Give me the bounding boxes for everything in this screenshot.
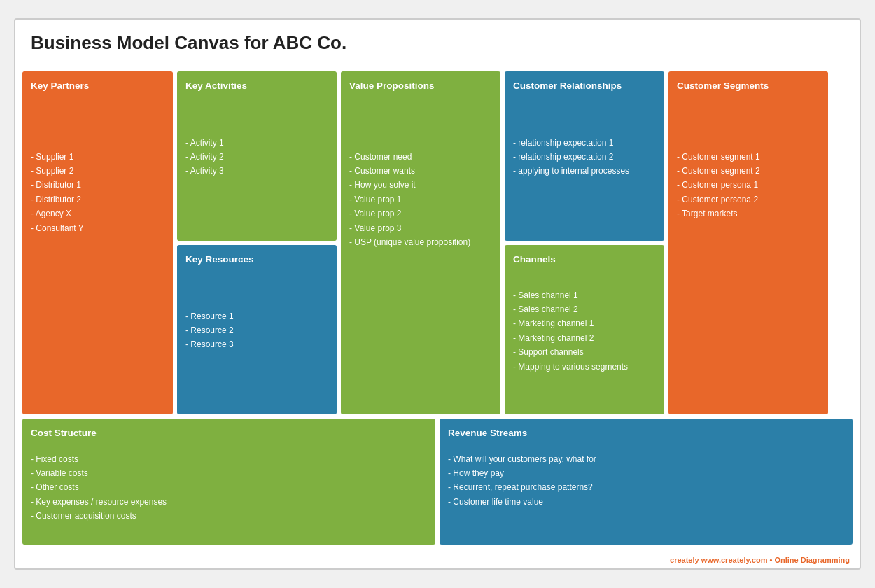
- list-item: - Customer wants: [349, 164, 492, 178]
- list-item: - Recurrent, repeat purchase patterns?: [448, 480, 844, 494]
- value-propositions-cell: Value Propositions - Customer need - Cus…: [341, 71, 500, 414]
- list-item: - USP (unique value proposition): [349, 235, 492, 249]
- main-row: Key Partners - Supplier 1 - Supplier 2 -…: [22, 71, 853, 414]
- list-item: - How you solve it: [349, 178, 492, 192]
- cost-structure-cell: Cost Structure - Fixed costs - Variable …: [22, 419, 435, 545]
- customer-relationships-content: - relationship expectation 1 - relations…: [513, 136, 656, 178]
- brand-name: creately: [670, 556, 699, 564]
- list-item: - Consultant Y: [31, 221, 164, 235]
- list-item: - Distributor 2: [31, 192, 164, 206]
- customer-relationships-title: Customer Relationships: [513, 78, 656, 94]
- list-item: - Supplier 2: [31, 164, 164, 178]
- revenue-streams-cell: Revenue Streams - What will your custome…: [440, 419, 853, 545]
- list-item: - relationship expectation 2: [513, 150, 656, 164]
- channels-content: - Sales channel 1 - Sales channel 2 - Ma…: [513, 288, 656, 374]
- rel-channels-col: Customer Relationships - relationship ex…: [505, 71, 664, 414]
- list-item: - Fixed costs: [31, 452, 427, 466]
- key-resources-cell: Key Resources - Resource 1 - Resource 2 …: [177, 245, 337, 414]
- revenue-streams-title: Revenue Streams: [448, 426, 844, 441]
- customer-segments-title: Customer Segments: [677, 78, 820, 94]
- list-item: - Sales channel 2: [513, 302, 656, 316]
- list-item: - Resource 3: [186, 337, 328, 351]
- list-item: - Customer life time value: [448, 495, 844, 509]
- footer-tagline: www.creately.com • Online Diagramming: [701, 556, 850, 564]
- value-propositions-title: Value Propositions: [349, 78, 492, 94]
- list-item: - Activity 3: [186, 164, 328, 178]
- cost-structure-title: Cost Structure: [31, 426, 427, 441]
- list-item: - Support channels: [513, 345, 656, 359]
- key-resources-title: Key Resources: [186, 252, 328, 267]
- list-item: - How they pay: [448, 466, 844, 480]
- list-item: - Resource 1: [186, 309, 328, 323]
- canvas-grid: Key Partners - Supplier 1 - Supplier 2 -…: [15, 64, 860, 552]
- list-item: - Resource 2: [186, 323, 328, 337]
- revenue-streams-content: - What will your customers pay, what for…: [448, 452, 844, 510]
- list-item: - Customer acquisition costs: [31, 509, 427, 523]
- list-item: - Value prop 1: [349, 192, 492, 206]
- key-partners-cell: Key Partners - Supplier 1 - Supplier 2 -…: [22, 71, 173, 414]
- list-item: - Marketing channel 1: [513, 316, 656, 330]
- list-item: - Customer persona 2: [677, 192, 820, 206]
- canvas-wrapper: Business Model Canvas for ABC Co. Key Pa…: [14, 18, 861, 570]
- list-item: - Distributor 1: [31, 178, 164, 192]
- list-item: - relationship expectation 1: [513, 136, 656, 150]
- list-item: - Activity 1: [186, 136, 328, 150]
- key-activities-content: - Activity 1 - Activity 2 - Activity 3: [186, 136, 328, 178]
- list-item: - Customer segment 2: [677, 164, 820, 178]
- list-item: - applying to internal processes: [513, 164, 656, 178]
- footer: creately www.creately.com • Online Diagr…: [15, 552, 860, 568]
- customer-segments-content: - Customer segment 1 - Customer segment …: [677, 150, 820, 221]
- list-item: - Target markets: [677, 206, 820, 220]
- list-item: - Marketing channel 2: [513, 331, 656, 345]
- key-activities-title: Key Activities: [186, 78, 328, 94]
- list-item: - Value prop 2: [349, 206, 492, 220]
- list-item: - Sales channel 1: [513, 288, 656, 302]
- list-item: - Customer segment 1: [677, 150, 820, 164]
- channels-cell: Channels - Sales channel 1 - Sales chann…: [505, 245, 664, 414]
- key-partners-title: Key Partners: [31, 78, 164, 94]
- key-partners-content: - Supplier 1 - Supplier 2 - Distributor …: [31, 150, 164, 235]
- cost-structure-content: - Fixed costs - Variable costs - Other c…: [31, 452, 427, 524]
- list-item: - Mapping to various segments: [513, 360, 656, 374]
- key-resources-content: - Resource 1 - Resource 2 - Resource 3: [186, 309, 328, 352]
- activities-resources-col: Key Activities - Activity 1 - Activity 2…: [177, 71, 337, 414]
- list-item: - Key expenses / resource expenses: [31, 495, 427, 509]
- list-item: - Agency X: [31, 206, 164, 220]
- customer-segments-cell: Customer Segments - Customer segment 1 -…: [668, 71, 828, 414]
- list-item: - Customer need: [349, 150, 492, 164]
- value-propositions-content: - Customer need - Customer wants - How y…: [349, 150, 492, 250]
- page-title: Business Model Canvas for ABC Co.: [15, 20, 860, 64]
- list-item: - Value prop 3: [349, 221, 492, 235]
- list-item: - Other costs: [31, 480, 427, 494]
- list-item: - Customer persona 1: [677, 178, 820, 192]
- channels-title: Channels: [513, 252, 656, 267]
- key-activities-cell: Key Activities - Activity 1 - Activity 2…: [177, 71, 337, 241]
- bottom-row: Cost Structure - Fixed costs - Variable …: [22, 419, 853, 545]
- customer-relationships-cell: Customer Relationships - relationship ex…: [505, 71, 664, 241]
- list-item: - Supplier 1: [31, 150, 164, 164]
- list-item: - Activity 2: [186, 150, 328, 164]
- list-item: - Variable costs: [31, 466, 427, 480]
- list-item: - What will your customers pay, what for: [448, 452, 844, 466]
